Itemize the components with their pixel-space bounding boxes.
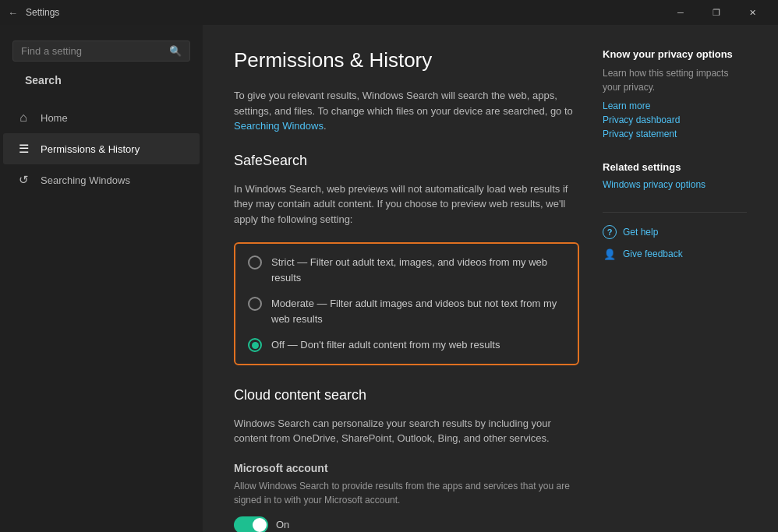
give-feedback-action[interactable]: 👤 Give feedback — [603, 247, 747, 261]
strict-radio[interactable] — [248, 255, 262, 270]
know-privacy-section: Know your privacy options Learn how this… — [603, 48, 747, 139]
sidebar: 🔍 Search ⌂ Home ☰ Permissions & History … — [0, 25, 203, 532]
permissions-icon: ☰ — [16, 141, 31, 157]
related-settings-section: Related settings Windows privacy options — [603, 161, 747, 190]
related-settings-title: Related settings — [603, 161, 747, 173]
microsoft-toggle[interactable] — [234, 516, 268, 533]
divider — [603, 212, 747, 213]
get-help-action[interactable]: ? Get help — [603, 225, 747, 239]
sidebar-item-permissions-history[interactable]: ☰ Permissions & History — [3, 133, 200, 164]
cloud-title: Cloud content search — [234, 387, 579, 403]
close-button[interactable]: ✕ — [734, 0, 770, 25]
strict-label: Strict — Filter out adult text, images, … — [271, 255, 565, 285]
give-feedback-icon: 👤 — [603, 247, 617, 261]
microsoft-account-title: Microsoft account — [234, 462, 579, 474]
learn-more-link[interactable]: Learn more — [603, 100, 747, 111]
titlebar: ← Settings ─ ❐ ✕ — [0, 0, 778, 25]
microsoft-account-desc: Allow Windows Search to provide results … — [234, 479, 579, 507]
know-privacy-text: Learn how this setting impacts your priv… — [603, 66, 747, 94]
off-label: Off — Don't filter adult content from my… — [271, 337, 500, 353]
safesearch-off[interactable]: Off — Don't filter adult content from my… — [248, 337, 565, 353]
know-privacy-title: Know your privacy options — [603, 48, 747, 60]
moderate-label: Moderate — Filter adult images and video… — [271, 296, 565, 326]
content-area: Permissions & History To give you releva… — [234, 48, 579, 509]
window-controls: ─ ❐ ✕ — [663, 0, 770, 25]
safesearch-title: SafeSearch — [234, 153, 579, 169]
home-icon: ⌂ — [16, 110, 31, 125]
back-button[interactable]: ← — [8, 7, 18, 19]
app-container: 🔍 Search ⌂ Home ☰ Permissions & History … — [0, 25, 778, 532]
give-feedback-label: Give feedback — [623, 248, 683, 259]
sidebar-item-searching-windows[interactable]: ↺ Searching Windows — [3, 164, 200, 196]
off-radio[interactable] — [248, 338, 262, 352]
get-help-icon: ? — [603, 225, 617, 239]
searching-windows-link[interactable]: Searching Windows — [234, 120, 324, 132]
sidebar-item-permissions-label: Permissions & History — [41, 143, 140, 155]
privacy-statement-link[interactable]: Privacy statement — [603, 129, 747, 139]
app-title: Settings — [26, 7, 663, 18]
windows-privacy-link[interactable]: Windows privacy options — [603, 179, 747, 190]
safesearch-desc: In Windows Search, web previews will not… — [234, 181, 579, 227]
get-help-label: Get help — [623, 227, 658, 238]
sidebar-item-searching-label: Searching Windows — [41, 174, 130, 186]
sidebar-item-home-label: Home — [41, 112, 68, 124]
safesearch-moderate[interactable]: Moderate — Filter adult images and video… — [248, 296, 565, 326]
intro-paragraph: To give you relevant results, Windows Se… — [234, 88, 579, 134]
sidebar-item-home[interactable]: ⌂ Home — [3, 102, 200, 133]
sidebar-header: 🔍 Search — [0, 25, 203, 102]
page-title: Permissions & History — [234, 48, 579, 72]
moderate-radio[interactable] — [248, 297, 262, 311]
safesearch-strict[interactable]: Strict — Filter out adult text, images, … — [248, 255, 565, 285]
sidebar-section-title: Search — [12, 74, 190, 96]
safesearch-options-box: Strict — Filter out adult text, images, … — [234, 242, 579, 365]
right-panel: Know your privacy options Learn how this… — [603, 48, 747, 509]
cloud-desc: Windows Search can personalize your sear… — [234, 416, 579, 446]
main-content: Permissions & History To give you releva… — [203, 25, 778, 532]
microsoft-toggle-row: On — [234, 516, 579, 533]
microsoft-toggle-label: On — [276, 519, 289, 530]
search-icon: 🔍 — [169, 45, 182, 57]
privacy-dashboard-link[interactable]: Privacy dashboard — [603, 115, 747, 125]
search-input[interactable] — [21, 45, 169, 57]
searching-icon: ↺ — [16, 172, 31, 188]
restore-button[interactable]: ❐ — [698, 0, 734, 25]
search-box[interactable]: 🔍 — [12, 41, 190, 62]
minimize-button[interactable]: ─ — [663, 0, 698, 25]
